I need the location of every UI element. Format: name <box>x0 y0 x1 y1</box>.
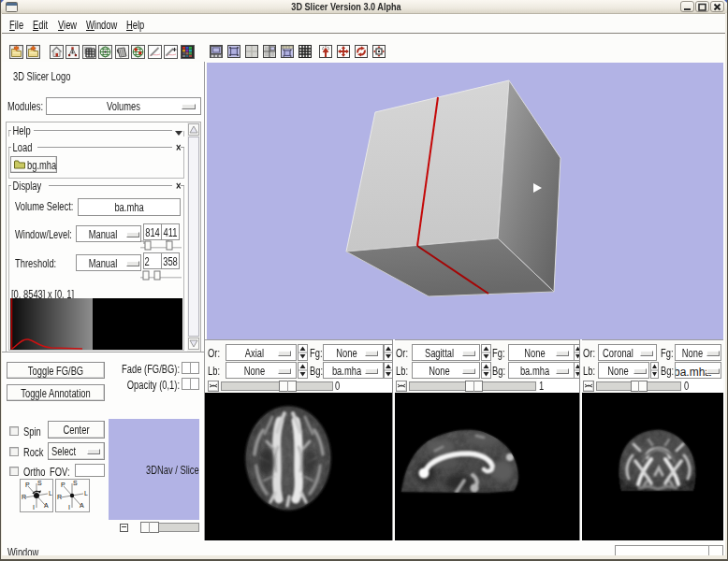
svg-text:A: A <box>44 502 49 509</box>
svg-text:I: I <box>68 504 70 511</box>
svg-text:I: I <box>33 504 35 511</box>
svg-text:R: R <box>57 494 62 500</box>
svg-text:A: A <box>80 502 84 509</box>
svg-text:P: P <box>25 482 30 488</box>
svg-text:R: R <box>22 494 26 500</box>
svg-text:L: L <box>49 490 52 496</box>
svg-text:S: S <box>73 480 78 486</box>
svg-text:L: L <box>84 490 88 496</box>
svg-text:S: S <box>37 480 42 486</box>
svg-text:P: P <box>61 482 66 488</box>
